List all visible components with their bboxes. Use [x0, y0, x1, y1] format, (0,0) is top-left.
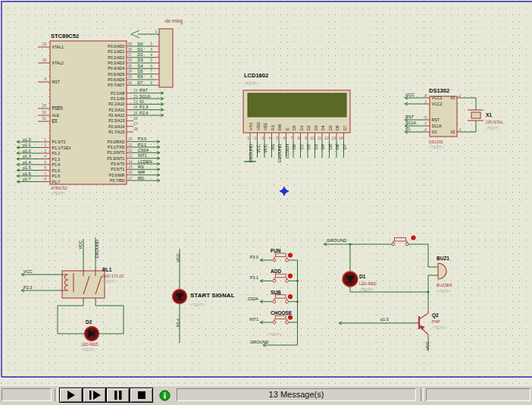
- svg-text:8: 8: [44, 177, 46, 181]
- pause-button[interactable]: [106, 388, 130, 403]
- svg-text:p1.7: p1.7: [23, 177, 31, 181]
- keypad[interactable]: FUN P3.0 ADD P3.1: [248, 248, 299, 347]
- stop-button[interactable]: [130, 388, 153, 403]
- push-button[interactable]: SUB CS0A: [248, 290, 298, 303]
- buzzer-buz1[interactable]: BUZ1 BUZZER <TEXT>: [428, 256, 452, 294]
- svg-text:P2.3/A11: P2.3/A11: [109, 108, 125, 112]
- svg-text:35: 35: [128, 64, 133, 68]
- svg-text:D3: D3: [314, 144, 318, 149]
- svg-text:EA: EA: [52, 119, 58, 124]
- lcd-pin-column: D1 8 D1: [298, 125, 304, 158]
- svg-text:P0.2/AD2: P0.2/AD2: [108, 55, 124, 60]
- switch-actuator-icon[interactable]: [412, 236, 416, 240]
- connector-body[interactable]: [159, 29, 173, 87]
- message-info-icon[interactable]: [159, 390, 171, 401]
- relay-top-left-net: VCC: [78, 240, 83, 250]
- led-d2-text-placeholder: <TEXT>: [81, 347, 95, 352]
- crystal-model: CRYSTAL: [486, 120, 504, 124]
- svg-text:ALE: ALE: [52, 113, 60, 118]
- led-d1-text-placeholder: <TEXT>: [359, 287, 374, 292]
- push-button[interactable]: FUN P3.0: [250, 248, 298, 262]
- mcu-text-placeholder: <TEXT>: [51, 191, 65, 196]
- svg-text:D5: D5: [328, 144, 333, 149]
- svg-text:33: 33: [128, 74, 133, 79]
- svg-text:p1.4: p1.4: [23, 160, 31, 165]
- lcd-screen: [248, 93, 346, 117]
- button-actuator-icon[interactable]: [288, 294, 293, 299]
- keypad-text-placeholder: <TEXT>: [268, 332, 282, 337]
- led-d2[interactable]: D2 LED-RED <TEXT>: [81, 319, 99, 352]
- svg-text:8: 8: [298, 136, 300, 140]
- lcd-pin-column: RW 5 GROUND: [276, 124, 282, 162]
- svg-text:p1.0: p1.0: [23, 137, 31, 142]
- lcd-pin-column: D2 9 D2: [305, 125, 311, 158]
- svg-text:D7: D7: [343, 125, 347, 130]
- connector-label: de ming: [165, 18, 183, 24]
- play-button[interactable]: [59, 388, 83, 403]
- svg-text:E: E: [285, 127, 289, 130]
- svg-text:P1.5: P1.5: [52, 168, 61, 173]
- svg-text:P2.2/A10: P2.2/A10: [108, 102, 124, 106]
- svg-text:RS: RS: [271, 124, 275, 130]
- svg-text:VCC: VCC: [256, 144, 261, 153]
- push-button[interactable]: ADD P3.1: [250, 268, 298, 282]
- relay-rl1[interactable]: RL1 JWD-171-25 <TEXT> VCC P2.3 VCC GROUN…: [21, 237, 124, 334]
- push-button[interactable]: CHOOSE INT1: [249, 310, 297, 324]
- svg-text:D7: D7: [138, 80, 143, 85]
- svg-text:36: 36: [128, 58, 133, 62]
- step-button[interactable]: [83, 388, 106, 403]
- start-signal-led[interactable]: VCC P2.4 START SIGNAL <TEXT>: [173, 249, 235, 343]
- svg-text:P3.0/RXD: P3.0/RXD: [107, 140, 124, 144]
- svg-text:P1.4: P1.4: [52, 162, 61, 167]
- led-d1[interactable]: D1 LED-RED <TEXT>: [343, 272, 377, 292]
- step-icon: [93, 391, 101, 400]
- lcd1602[interactable]: LCD1602 <TEXT> VSS 1 GROUND VDD 2 VCC: [243, 72, 350, 162]
- svg-text:17: 17: [128, 176, 133, 181]
- start-text-placeholder: <TEXT>: [190, 303, 205, 307]
- svg-text:P2.7/A15: P2.7/A15: [108, 130, 124, 134]
- button-actuator-icon[interactable]: [288, 253, 293, 258]
- svg-text:P3.1: P3.1: [250, 275, 258, 280]
- svg-text:RST: RST: [139, 88, 149, 93]
- svg-text:21: 21: [133, 88, 138, 93]
- crystal-x1[interactable]: X1 CRYSTAL <TEXT>: [468, 110, 504, 130]
- schematic-canvas[interactable]: STC89C52 AT89C52 <TEXT> 19 XTAL1 18 XTAL…: [0, 0, 532, 385]
- alarm-section[interactable]: GROUND: [324, 236, 452, 351]
- rtc-ds1302[interactable]: DS1302 DS1302 <TEXT> 8 VCC1 VCC 1 VCC2: [405, 87, 476, 149]
- svg-text:D0: D0: [138, 42, 143, 46]
- svg-text:9: 9: [44, 77, 46, 81]
- transistor-q2[interactable]: p1.0 VCC Q2 PNP <TEXT>: [339, 308, 446, 351]
- button-actuator-icon[interactable]: [288, 316, 293, 320]
- mcu-model: AT89C52: [51, 186, 67, 190]
- svg-text:D3: D3: [138, 58, 143, 62]
- svg-text:p1.1: p1.1: [23, 143, 31, 147]
- svg-text:P0.3/AD3: P0.3/AD3: [108, 61, 124, 65]
- button-actuator-icon[interactable]: [288, 274, 293, 278]
- svg-text:VCC2: VCC2: [432, 102, 443, 106]
- origin-marker-icon: [280, 187, 289, 196]
- svg-text:VEE: VEE: [263, 122, 268, 130]
- svg-text:VCC: VCC: [263, 144, 268, 153]
- status-panel-right: [426, 388, 530, 401]
- svg-text:D3: D3: [314, 125, 318, 130]
- svg-text:P1.0/T2: P1.0/T2: [52, 140, 66, 144]
- svg-text:X1: X1: [450, 96, 455, 100]
- svg-text:25: 25: [133, 111, 138, 115]
- svg-text:9: 9: [150, 80, 152, 85]
- svg-text:16: 16: [128, 170, 133, 174]
- q2-text-placeholder: <TEXT>: [432, 325, 446, 330]
- svg-text:VCC1: VCC1: [432, 96, 443, 100]
- mcu-stc89c52[interactable]: STC89C52 AT89C52 <TEXT> 19 XTAL1 18 XTAL…: [17, 33, 164, 196]
- svg-text:5: 5: [424, 115, 427, 120]
- buzzer-body[interactable]: [438, 263, 446, 279]
- svg-text:14: 14: [128, 159, 133, 164]
- lcd-ground-symbol: [244, 158, 256, 162]
- svg-text:P2.4/A12: P2.4/A12: [108, 113, 124, 118]
- svg-text:P0.7/AD7: P0.7/AD7: [108, 83, 124, 87]
- buzzer-text-placeholder: <TEXT>: [437, 289, 451, 294]
- svg-text:3: 3: [44, 149, 46, 153]
- svg-text:12: 12: [324, 136, 329, 140]
- lcd-pin-column: D0 7 D0: [290, 125, 296, 158]
- crystal-body[interactable]: [471, 112, 480, 118]
- start-net-p24: P2.4: [176, 319, 180, 327]
